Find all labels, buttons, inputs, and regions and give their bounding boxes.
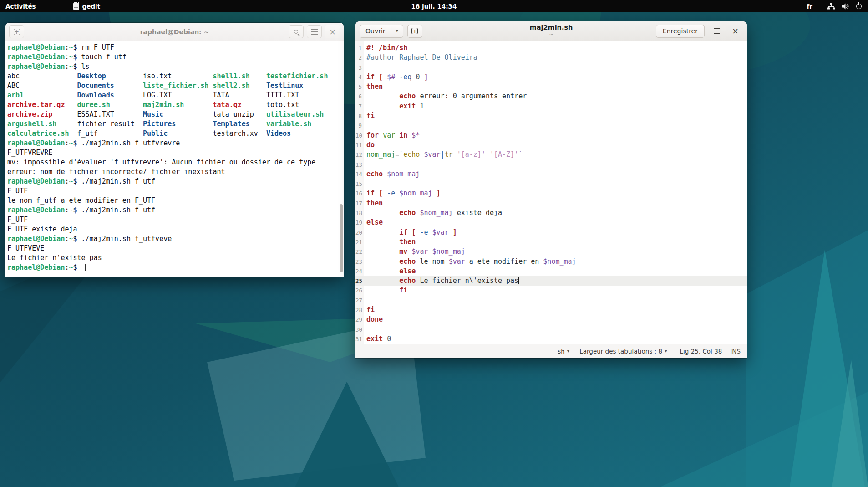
close-icon: ×	[329, 27, 335, 36]
terminal-close-button[interactable]: ×	[325, 25, 340, 38]
line-number: 13	[355, 160, 364, 169]
clock-label: 18 juil. 14:34	[411, 3, 457, 10]
terminal-new-tab-button[interactable]: +	[9, 25, 24, 38]
code-text: fi	[364, 111, 375, 121]
save-button-label: Enregistrer	[663, 27, 698, 35]
line-number: 31	[355, 334, 364, 344]
code-text: then	[364, 199, 383, 208]
code-line: 5then	[355, 82, 747, 92]
code-text	[364, 325, 366, 334]
code-text: exit 1	[364, 102, 424, 111]
code-line: 13	[355, 160, 747, 169]
code-line: 27	[355, 296, 747, 305]
chevron-down-icon: ▼	[665, 349, 667, 353]
gedit-close-button[interactable]: ×	[728, 25, 743, 38]
line-number: 6	[355, 92, 364, 101]
gedit-headerbar[interactable]: Ouvrir ▼ + maj2min.sh ~ Enregistrer ×	[355, 21, 747, 41]
code-text: echo $nom_maj	[364, 169, 420, 179]
gedit-menu-button[interactable]	[709, 25, 724, 38]
code-text: else	[364, 218, 383, 227]
line-number: 29	[355, 315, 364, 324]
line-number: 11	[355, 140, 364, 150]
code-text: then	[364, 237, 416, 247]
line-number: 28	[355, 305, 364, 315]
code-text: exit 0	[364, 334, 391, 344]
code-area[interactable]: 1#! /bin/sh2#author Raphael De Oliveira3…	[355, 41, 747, 344]
system-status-area[interactable]: fr	[807, 3, 868, 10]
terminal-line: archive.zip ESSAI.TXT Music tata_unzip u…	[7, 110, 343, 119]
code-line: 16if [ -e $nom_maj ]	[355, 189, 747, 198]
line-number: 5	[355, 82, 364, 92]
code-text: mv $var $nom_maj	[364, 247, 465, 256]
terminal-line: F_UTF	[7, 215, 343, 225]
code-text: fi	[364, 305, 375, 315]
terminal-headerbar[interactable]: + raphael@Debian: ~ ×	[5, 23, 344, 41]
code-line: 25 echo Le fichier n\'existe pas	[355, 276, 747, 286]
chevron-down-icon: ▼	[567, 349, 569, 353]
activities-button[interactable]: Activités	[0, 0, 41, 12]
line-number: 20	[355, 228, 364, 237]
code-text	[364, 63, 366, 72]
terminal-line: raphael@Debian:~$ touch f_utf	[7, 52, 343, 62]
terminal-menu-button[interactable]	[307, 25, 322, 38]
code-text: #! /bin/sh	[364, 43, 407, 53]
line-number: 8	[355, 111, 364, 121]
open-button-label: Ouvrir	[365, 27, 386, 35]
open-dropdown-button[interactable]: ▼	[391, 25, 403, 38]
open-button[interactable]: Ouvrir	[360, 25, 391, 38]
save-button[interactable]: Enregistrer	[656, 25, 705, 38]
line-number: 25	[355, 276, 364, 286]
terminal-line: mv: impossible d'évaluer 'f_utfvrevre': …	[7, 158, 343, 167]
tab-width-selector[interactable]: Largeur des tabulations : 8 ▼	[579, 348, 667, 355]
language-label: sh	[558, 348, 565, 355]
terminal-line: raphael@Debian:~$ rm F_UTF	[7, 43, 343, 52]
terminal-scrollbar-thumb[interactable]	[340, 204, 343, 272]
code-line: 20 if [ -e $var ]	[355, 228, 747, 237]
code-line: 2#author Raphael De Oliveira	[355, 53, 747, 62]
terminal-line: F_UTFVEVE	[7, 244, 343, 253]
terminal-output[interactable]: raphael@Debian:~$ rm F_UTFraphael@Debian…	[5, 41, 344, 277]
focused-app-menu[interactable]: gedit	[68, 0, 106, 12]
document-title: maj2min.sh	[530, 24, 573, 31]
terminal-line: F_UTF	[7, 186, 343, 196]
clock-button[interactable]: 18 juil. 14:34	[406, 0, 462, 12]
activities-label: Activités	[5, 3, 36, 10]
terminal-line: calculatrice.sh f_utf Public testarch.xv…	[7, 129, 343, 138]
new-document-button[interactable]: +	[407, 25, 422, 38]
chevron-down-icon: ▼	[396, 29, 398, 33]
code-line: 23 echo le nom $var a ete modifier en $n…	[355, 257, 747, 267]
keyboard-layout-indicator[interactable]: fr	[807, 3, 812, 10]
line-number: 1	[355, 43, 364, 53]
language-selector[interactable]: sh ▼	[558, 348, 569, 355]
search-icon	[294, 30, 298, 34]
code-line: 6 echo erreur: 0 arguments entrer	[355, 92, 747, 101]
line-number: 12	[355, 150, 364, 159]
terminal-search-button[interactable]	[289, 25, 304, 38]
line-number: 15	[355, 179, 364, 189]
terminal-cursor	[82, 264, 86, 271]
code-text: if [ $# -eq 0 ]	[364, 72, 428, 82]
terminal-line: le nom f_utf a ete modifier en F_UTF	[7, 196, 343, 205]
code-line: 1#! /bin/sh	[355, 43, 747, 53]
terminal-line: argushell.sh fichier_result Pictures Tem…	[7, 119, 343, 129]
volume-icon	[842, 3, 849, 10]
terminal-line: raphael@Debian:~$ ./maj2min.sh f_utfvrev…	[7, 138, 343, 148]
terminal-line: F_UTFVREVRE	[7, 148, 343, 158]
code-text: echo $nom_maj existe deja	[364, 208, 502, 218]
gedit-title-block: maj2min.sh ~	[530, 24, 573, 37]
code-line: 3	[355, 63, 747, 72]
close-icon: ×	[732, 26, 738, 36]
code-line: 10for var in $*	[355, 131, 747, 140]
hamburger-menu-icon	[714, 28, 720, 34]
line-number: 22	[355, 247, 364, 256]
line-number: 9	[355, 121, 364, 130]
code-line: 18 echo $nom_maj existe deja	[355, 208, 747, 218]
code-text: then	[364, 82, 383, 92]
terminal-window: + raphael@Debian: ~ × raphael@Debian:~$ …	[5, 23, 344, 277]
cursor-position-indicator[interactable]: Lig 25, Col 38	[680, 348, 722, 355]
code-line: 15	[355, 179, 747, 189]
terminal-line: archive.tar.gz duree.sh maj2min.sh tata.…	[7, 100, 343, 110]
code-text: echo erreur: 0 arguments entrer	[364, 92, 527, 101]
terminal-line: raphael@Debian:~$ ./maj2min.sh f_utf	[7, 177, 343, 186]
code-line: 22 mv $var $nom_maj	[355, 247, 747, 256]
